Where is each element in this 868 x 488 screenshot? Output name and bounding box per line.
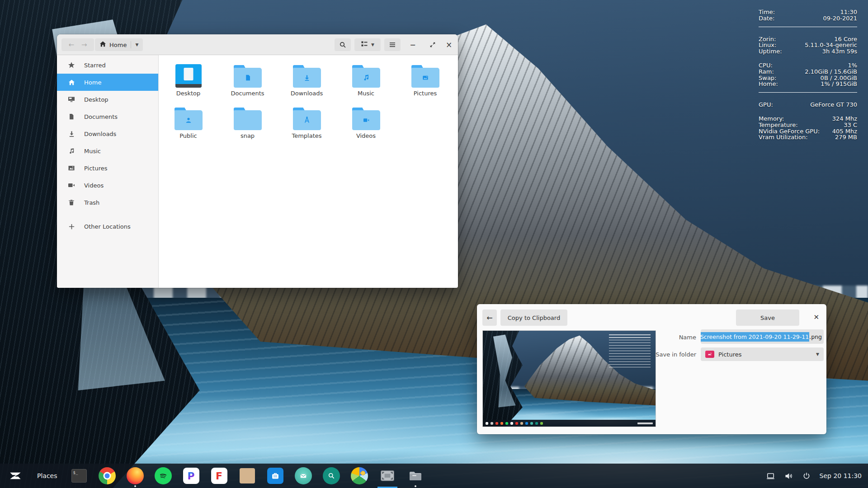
system-monitor-value: 405 Mhz — [832, 128, 857, 135]
places-menu[interactable]: Places — [34, 472, 60, 479]
terminal-icon[interactable]: $_ — [70, 467, 88, 485]
save-button[interactable]: Save — [736, 310, 799, 326]
folder-field-label: Save in folder — [656, 351, 696, 358]
forward-icon[interactable]: → — [81, 41, 87, 49]
system-monitor-row: Ram:2.10GiB / 15.6GiB — [759, 69, 857, 75]
sidebar-item-label: Other Locations — [84, 223, 131, 230]
pandora-icon[interactable]: P — [182, 467, 200, 485]
system-monitor-row: Vram Utilization:279 MB — [759, 134, 857, 141]
system-monitor-row: Temperature:33 C — [759, 122, 857, 128]
copy-to-clipboard-button[interactable]: Copy to Clipboard — [500, 310, 567, 326]
software-store-icon[interactable] — [266, 467, 284, 485]
search-icon[interactable] — [322, 467, 340, 485]
desktop-strip — [175, 84, 202, 88]
sidebar-item-documents[interactable]: Documents — [57, 108, 158, 125]
sidebar-item-label: Documents — [84, 113, 118, 120]
sidebar-item-home[interactable]: Home — [57, 74, 158, 91]
f-app-icon[interactable]: F — [210, 467, 228, 485]
zorin-menu-icon[interactable] — [6, 467, 24, 485]
system-monitor-value: 09-20-2021 — [823, 15, 857, 22]
screenshot-tool-icon[interactable] — [378, 467, 396, 485]
folder-glyph — [234, 65, 262, 88]
sidebar-item-other-locations[interactable]: Other Locations — [57, 218, 158, 235]
menu-button[interactable] — [384, 38, 401, 51]
folder-templates[interactable]: Templates — [277, 104, 336, 146]
system-monitor-value: 1% / 915GiB — [821, 81, 857, 87]
files-icon[interactable] — [406, 467, 425, 485]
sidebar-item-label: Music — [84, 148, 101, 155]
system-monitor-row: NVidia GeForce GPU:405 Mhz — [759, 128, 857, 135]
file-manager-headerbar: ← → Home ▼ ▼ − × — [57, 34, 458, 55]
close-button[interactable]: × — [443, 38, 455, 51]
sidebar-item-label: Trash — [84, 199, 99, 206]
folder-downloads[interactable]: Downloads — [277, 61, 336, 104]
sidebar-item-downloads[interactable]: Downloads — [57, 125, 158, 142]
nav-buttons[interactable]: ← → — [61, 38, 94, 51]
star-icon — [68, 61, 75, 69]
taskbar-clock[interactable]: Sep 20 11:30 — [820, 472, 862, 479]
search-button[interactable] — [335, 38, 351, 51]
back-icon[interactable]: ← — [68, 41, 74, 49]
system-monitor-label: Zorin: — [759, 36, 776, 42]
sidebar-item-label: Videos — [84, 182, 104, 189]
system-monitor-label: NVidia GeForce GPU: — [759, 128, 820, 135]
folder-pictures[interactable]: Pictures — [396, 61, 455, 104]
sidebar-item-starred[interactable]: Starred — [57, 56, 158, 74]
view-toggle-button[interactable]: ▼ — [354, 38, 381, 51]
template-emblem-icon — [302, 116, 311, 125]
folder-name: Videos — [356, 132, 376, 139]
folder-icon — [293, 104, 321, 130]
system-monitor-widget: Time:11:30Date:09-20-2021Zorin:16 CoreLi… — [759, 9, 857, 141]
sidebar-item-desktop[interactable]: Desktop — [57, 91, 158, 108]
dialog-close-icon[interactable]: ✕ — [813, 313, 819, 321]
folder-videos[interactable]: Videos — [336, 104, 396, 146]
preview-app-dot — [500, 422, 503, 425]
preview-app-dot — [535, 422, 538, 425]
folder-documents[interactable]: Documents — [218, 61, 277, 104]
sidebar-item-music[interactable]: Music — [57, 142, 158, 160]
volume-icon[interactable] — [784, 471, 793, 481]
firefox-icon[interactable] — [126, 467, 144, 485]
pictures-folder-icon — [705, 351, 714, 358]
system-monitor-value: 1% — [848, 62, 857, 69]
minimize-button[interactable]: − — [406, 38, 419, 51]
system-monitor-row: Date:09-20-2021 — [759, 15, 857, 22]
home-icon — [99, 41, 106, 49]
system-monitor-label: Home: — [759, 81, 778, 87]
maps-icon[interactable] — [350, 467, 368, 485]
filename-input[interactable]: Screenshot from 2021-09-20 11-29-11.png — [701, 329, 824, 344]
sidebar-item-videos[interactable]: Videos — [57, 177, 158, 194]
chrome-icon[interactable] — [98, 467, 116, 485]
document-icon — [68, 113, 75, 120]
preview-app-dot — [525, 422, 528, 425]
folder-name: Templates — [292, 132, 321, 139]
folder-desktop[interactable]: Desktop — [159, 61, 218, 104]
folder-snap[interactable]: snap — [218, 104, 277, 146]
trash-icon — [68, 199, 75, 206]
name-field-label: Name — [658, 334, 696, 341]
sidebar-item-pictures[interactable]: Pictures — [57, 160, 158, 177]
dialog-back-button[interactable]: ← — [482, 310, 497, 326]
view-grid-icon — [361, 40, 368, 49]
chevron-down-icon: ▼ — [135, 42, 138, 47]
folder-icon — [234, 104, 262, 130]
system-monitor-value: 3h 43m 59s — [822, 48, 857, 55]
preview-app-dot — [510, 422, 513, 425]
desktop-icon — [68, 96, 75, 103]
save-folder-value: Pictures — [718, 351, 741, 358]
save-folder-dropdown[interactable]: Pictures ▼ — [701, 347, 824, 361]
document-emblem-icon — [243, 73, 252, 82]
folder-public[interactable]: Public — [159, 104, 218, 146]
path-button[interactable]: Home ▼ — [95, 38, 143, 51]
system-monitor-row: Time:11:30 — [759, 9, 857, 15]
mail-icon[interactable] — [294, 467, 312, 485]
maximize-button[interactable] — [426, 38, 439, 51]
tan-app-icon[interactable] — [238, 467, 256, 485]
display-icon[interactable] — [766, 472, 775, 480]
system-monitor-row: Swap:0B / 2.00GiB — [759, 75, 857, 81]
folder-music[interactable]: Music — [336, 61, 396, 104]
sidebar-item-trash[interactable]: Trash — [57, 194, 158, 211]
spotify-icon[interactable] — [154, 467, 172, 485]
power-icon[interactable] — [802, 472, 811, 480]
system-monitor-label: Temperature: — [759, 122, 798, 128]
